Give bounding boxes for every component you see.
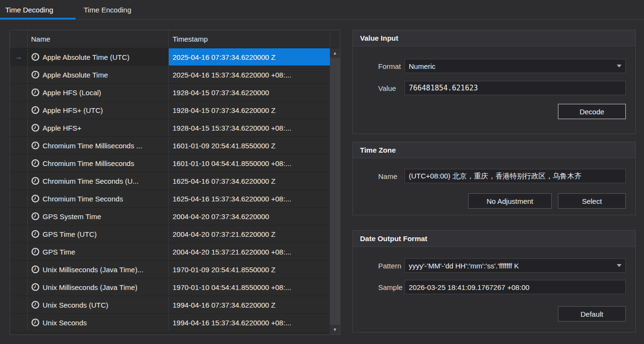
timezone-name-label: Name: [378, 172, 404, 180]
row-gutter[interactable]: →: [10, 66, 28, 83]
table-row[interactable]: → GPS System Time 2004-04-20 07:37:34.62…: [10, 208, 340, 225]
scroll-up-icon[interactable]: ▲: [330, 48, 340, 58]
row-gutter[interactable]: →: [10, 155, 28, 172]
row-timestamp-cell[interactable]: 1601-01-09 20:54:41.8550000 Z: [169, 137, 330, 154]
table-row[interactable]: → Apple HFS+ (UTC) 1928-04-15 07:37:34.6…: [10, 101, 340, 119]
select-timezone-button[interactable]: Select: [558, 193, 626, 209]
row-timestamp-cell[interactable]: 1928-04-15 15:37:34.6220000 +08:...: [169, 119, 330, 136]
row-gutter[interactable]: →: [10, 190, 28, 207]
row-timestamp-cell[interactable]: 1994-04-16 07:37:34.6220000 Z: [169, 296, 330, 313]
row-gutter[interactable]: →: [10, 296, 28, 313]
row-timestamp-cell[interactable]: 1928-04-15 07:37:34.6220000: [169, 84, 330, 101]
sample-field[interactable]: 2026-03-25 18:41:09.1767267 +08:00: [404, 280, 626, 294]
row-gutter[interactable]: →: [10, 208, 28, 225]
row-name-cell[interactable]: Chromium Time Seconds: [28, 190, 169, 207]
row-gutter[interactable]: →: [10, 137, 28, 154]
table-row[interactable]: → Chromium Time Milliseconds ... 1601-01…: [10, 137, 340, 155]
chevron-down-icon: [617, 65, 622, 67]
row-gutter[interactable]: →: [10, 84, 28, 101]
table-row[interactable]: → GPS Time 2004-04-20 15:37:21.6220000 +…: [10, 243, 340, 261]
row-gutter[interactable]: →: [10, 261, 28, 278]
row-gutter[interactable]: →: [10, 314, 28, 331]
no-adjustment-button[interactable]: No Adjustment: [468, 193, 552, 209]
row-name-cell[interactable]: Unix Seconds: [28, 314, 169, 331]
date-output-format-panel: Date Output Format Pattern yyyy'-'MM'-'d…: [352, 230, 636, 333]
header-name[interactable]: Name: [28, 30, 169, 48]
row-name-cell[interactable]: Apple HFS+: [28, 119, 169, 136]
tab-time-decoding[interactable]: Time Decoding: [0, 0, 76, 19]
row-name-cell[interactable]: Apple HFS+ (UTC): [28, 101, 169, 119]
row-gutter[interactable]: →: [10, 48, 28, 66]
table-row[interactable]: → Chromium Time Milliseconds 1601-01-10 …: [10, 155, 340, 172]
row-timestamp-cell[interactable]: 2004-04-20 07:37:21.6220000 Z: [169, 225, 330, 243]
table-row[interactable]: → Apple Absolute Time 2025-04-16 15:37:3…: [10, 66, 340, 84]
row-timestamp-cell[interactable]: 1970-01-10 04:54:41.8550000 +08:...: [169, 278, 330, 296]
row-gutter[interactable]: →: [10, 278, 28, 296]
row-timestamp-cell[interactable]: 1601-01-10 04:54:41.8550000 +08:...: [169, 155, 330, 172]
decode-button[interactable]: Decode: [558, 104, 626, 119]
table-row[interactable]: → Chromium Time Seconds (U... 1625-04-16…: [10, 172, 340, 190]
table-row[interactable]: → Apple Absolute Time (UTC) 2025-04-16 0…: [10, 48, 340, 66]
default-button[interactable]: Default: [558, 306, 626, 322]
row-name-label: Apple HFS+: [43, 124, 81, 132]
row-timestamp-cell[interactable]: 1625-04-16 07:37:34.6220000 Z: [169, 172, 330, 189]
row-timestamp-cell[interactable]: 1625-04-16 15:37:34.6220000 +08:...: [169, 190, 330, 207]
row-name-label: Apple Absolute Time: [43, 71, 108, 79]
format-label: Format: [378, 62, 404, 70]
row-timestamp-cell[interactable]: 1970-01-09 20:54:41.8550000 Z: [169, 261, 330, 278]
row-timestamp-cell[interactable]: 2004-04-20 07:37:34.6220000: [169, 208, 330, 225]
row-name-cell[interactable]: Chromium Time Milliseconds: [28, 155, 169, 172]
header-timestamp[interactable]: Timestamp: [169, 30, 330, 48]
value-input-title: Value Input: [353, 30, 635, 46]
clock-icon: [31, 70, 40, 79]
row-name-cell[interactable]: Apple Absolute Time: [28, 66, 169, 83]
row-name-cell[interactable]: Unix Milliseconds (Java Time)...: [28, 261, 169, 278]
row-name-label: Apple Absolute Time (UTC): [43, 53, 130, 61]
format-dropdown[interactable]: Numeric: [404, 59, 626, 73]
row-gutter[interactable]: →: [10, 172, 28, 189]
table-row[interactable]: → Apple HFS+ 1928-04-15 15:37:34.6220000…: [10, 119, 340, 137]
row-name-cell[interactable]: GPS Time: [28, 243, 169, 260]
sample-value: 2026-03-25 18:41:09.1767267 +08:00: [409, 283, 622, 291]
scroll-down-icon[interactable]: ▼: [330, 325, 340, 334]
table-row[interactable]: → Chromium Time Seconds 1625-04-16 15:37…: [10, 190, 340, 208]
row-name-cell[interactable]: Apple Absolute Time (UTC): [28, 48, 169, 66]
row-timestamp-cell[interactable]: 2025-04-16 15:37:34.6220000 +08:...: [169, 66, 330, 83]
timezone-name-field[interactable]: (UTC+08:00) 北京，重庆，香港特别行政区，乌鲁木齐: [404, 169, 626, 183]
row-timestamp-cell[interactable]: 1994-04-16 15:37:34.6220000 +08:...: [169, 314, 330, 331]
timestamp-table: Name Timestamp → Apple Absolute Time (UT…: [10, 30, 340, 335]
row-name-cell[interactable]: Chromium Time Seconds (U...: [28, 172, 169, 189]
vertical-scrollbar[interactable]: ▲ ▼: [330, 48, 340, 334]
value-input[interactable]: 766481854.621623: [404, 81, 626, 95]
table-row[interactable]: → Apple HFS (Local) 1928-04-15 07:37:34.…: [10, 84, 340, 101]
row-name-cell[interactable]: GPS System Time: [28, 208, 169, 225]
table-row[interactable]: → GPS Time (UTC) 2004-04-20 07:37:21.622…: [10, 225, 340, 243]
table-row[interactable]: → Unix Seconds (UTC) 1994-04-16 07:37:34…: [10, 296, 340, 314]
table-row[interactable]: → Unix Seconds 1994-04-16 15:37:34.62200…: [10, 314, 340, 332]
row-name-label: Apple HFS (Local): [43, 89, 101, 97]
tab-time-encoding[interactable]: Time Encoding: [76, 0, 151, 19]
scrollbar-thumb[interactable]: [330, 58, 340, 325]
row-name-cell[interactable]: Unix Seconds (UTC): [28, 296, 169, 313]
row-name-cell[interactable]: Apple HFS (Local): [28, 84, 169, 101]
row-gutter[interactable]: →: [10, 225, 28, 243]
row-timestamp-cell[interactable]: 1928-04-15 07:37:34.6220000 Z: [169, 101, 330, 119]
row-gutter[interactable]: →: [10, 119, 28, 136]
row-name-label: GPS Time (UTC): [43, 230, 97, 238]
clock-icon: [31, 212, 40, 221]
clock-icon: [31, 194, 40, 203]
row-gutter[interactable]: →: [10, 101, 28, 119]
row-gutter[interactable]: →: [10, 243, 28, 260]
pattern-dropdown[interactable]: yyyy'-'MM'-'dd HH':'mm':'ss'.'fffffff K: [404, 258, 626, 273]
row-name-cell[interactable]: GPS Time (UTC): [28, 225, 169, 243]
row-name-cell[interactable]: Chromium Time Milliseconds ...: [28, 137, 169, 154]
table-row[interactable]: → Unix Milliseconds (Java Time)... 1970-…: [10, 261, 340, 278]
row-timestamp-cell[interactable]: 2025-04-16 07:37:34.6220000 Z: [169, 48, 330, 66]
row-name-cell[interactable]: Unix Milliseconds (Java Time): [28, 278, 169, 296]
row-timestamp-cell[interactable]: 2004-04-20 15:37:21.6220000 +08:...: [169, 243, 330, 260]
table-row[interactable]: → Unix Milliseconds (Java Time) 1970-01-…: [10, 278, 340, 296]
right-column: Value Input Format Numeric Value 7664818…: [352, 30, 636, 333]
header-scroll-spacer: [330, 30, 340, 48]
format-value: Numeric: [409, 62, 614, 70]
clock-icon: [31, 283, 40, 291]
